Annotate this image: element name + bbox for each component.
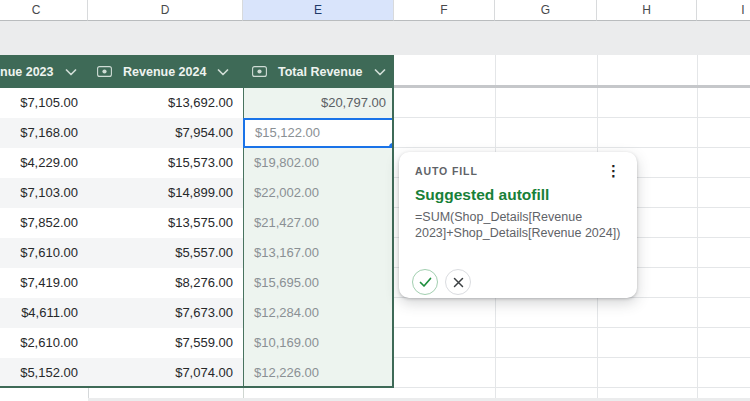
column-header-letter-I[interactable]: I [697, 0, 750, 21]
table-border-right [392, 55, 394, 388]
cell-revenue-2024[interactable]: $15,573.00 [88, 148, 243, 178]
chevron-down-icon[interactable] [374, 69, 386, 76]
table-row: $2,610.00$7,559.00$10,169.00 [0, 328, 394, 358]
autofill-title: AUTO FILL [415, 165, 621, 177]
column-letter-strip: CDEFGHI [0, 0, 750, 21]
banknote-icon [252, 66, 267, 77]
cell-revenue-2024[interactable]: $7,074.00 [88, 358, 243, 388]
empty-row-band [0, 21, 750, 55]
autofill-actions [412, 269, 471, 295]
spreadsheet-canvas: CDEFGHI nue 2023 Revenue 2024 Total Reve… [0, 0, 750, 401]
cell-total-revenue[interactable]: $13,167.00 [243, 238, 394, 268]
frozen-row-divider [394, 85, 750, 88]
column-header-letter-E[interactable]: E [243, 0, 394, 21]
table-border-bottom [0, 386, 394, 388]
table-body: $7,105.00$13,692.00$20,797.00$7,168.00$7… [0, 88, 394, 388]
cell-revenue-2023[interactable]: $7,852.00 [0, 208, 88, 238]
check-icon [419, 277, 432, 288]
close-icon [453, 277, 464, 288]
cell-revenue-2024[interactable]: $7,954.00 [88, 118, 243, 148]
cell-revenue-2024[interactable]: $7,559.00 [88, 328, 243, 358]
gridline-vertical [697, 55, 698, 401]
cell-revenue-2023[interactable]: $7,103.00 [0, 178, 88, 208]
table-row: $7,419.00$8,276.00$15,695.00 [0, 268, 394, 298]
cell-revenue-2024[interactable]: $8,276.00 [88, 268, 243, 298]
accept-autofill-button[interactable] [412, 269, 438, 295]
column-header-letter-F[interactable]: F [394, 0, 495, 21]
cell-revenue-2023[interactable]: $4,611.00 [0, 298, 88, 328]
dismiss-autofill-button[interactable] [445, 269, 471, 295]
table-row: $7,103.00$14,899.00$22,002.00 [0, 178, 394, 208]
kebab-menu-icon[interactable]: ⋮ [601, 160, 626, 182]
chevron-down-icon[interactable] [217, 69, 229, 76]
cell-total-revenue[interactable]: $12,226.00 [243, 358, 394, 388]
cell-revenue-2023[interactable]: $7,610.00 [0, 238, 88, 268]
column-header-revenue-2024[interactable]: Revenue 2024 [88, 55, 243, 88]
cell-revenue-2024[interactable]: $14,899.00 [88, 178, 243, 208]
cell-total-revenue[interactable]: $15,695.00 [243, 268, 394, 298]
chevron-down-icon[interactable] [65, 69, 77, 76]
table-row: $7,105.00$13,692.00$20,797.00 [0, 88, 394, 118]
column-header-revenue-2023[interactable]: nue 2023 [0, 55, 88, 88]
autofill-formula: =SUM(Shop_Details[Revenue 2023]+Shop_Det… [415, 209, 623, 241]
cell-revenue-2023[interactable]: $2,610.00 [0, 328, 88, 358]
cell-total-revenue[interactable]: $12,284.00 [243, 298, 394, 328]
column-header-letter-D[interactable]: D [88, 0, 243, 21]
cell-revenue-2024[interactable]: $13,575.00 [88, 208, 243, 238]
cell-total-revenue[interactable]: $10,169.00 [243, 328, 394, 358]
column-header-letter-H[interactable]: H [597, 0, 697, 21]
header-label: nue 2023 [0, 65, 54, 79]
table-row: $7,852.00$13,575.00$21,427.00 [0, 208, 394, 238]
table-header-bar: nue 2023 Revenue 2024 Total Revenue [0, 55, 394, 88]
cell-revenue-2023[interactable]: $4,229.00 [0, 148, 88, 178]
cell-revenue-2023[interactable]: $7,105.00 [0, 88, 88, 118]
header-label: Total Revenue [278, 65, 363, 79]
table-row: $5,152.00$7,074.00$12,226.00 [0, 358, 394, 388]
cell-revenue-2024[interactable]: $7,673.00 [88, 298, 243, 328]
column-header-letter-G[interactable]: G [495, 0, 597, 21]
column-header-total-revenue[interactable]: Total Revenue [243, 55, 394, 88]
cell-total-revenue[interactable]: $19,802.00 [243, 148, 394, 178]
header-label: Revenue 2024 [123, 65, 206, 79]
banknote-icon [97, 66, 112, 77]
cell-revenue-2024[interactable]: $13,692.00 [88, 88, 243, 118]
table-row: $7,168.00$7,954.00$15,122.00 [0, 118, 394, 148]
column-header-letter-C[interactable]: C [0, 0, 88, 21]
table-row: $7,610.00$5,557.00$13,167.00 [0, 238, 394, 268]
cell-total-revenue[interactable]: $22,002.00 [243, 178, 394, 208]
cell-revenue-2023[interactable]: $7,419.00 [0, 268, 88, 298]
table-row: $4,229.00$15,573.00$19,802.00 [0, 148, 394, 178]
cell-revenue-2023[interactable]: $7,168.00 [0, 118, 88, 148]
cell-total-revenue[interactable]: $21,427.00 [243, 208, 394, 238]
autofill-popup: AUTO FILL ⋮ Suggested autofill =SUM(Shop… [399, 152, 637, 298]
autofill-heading: Suggested autofill [415, 186, 621, 204]
table-row: $4,611.00$7,673.00$12,284.00 [0, 298, 394, 328]
cell-total-revenue[interactable]: $15,122.00 [243, 118, 394, 148]
cell-revenue-2023[interactable]: $5,152.00 [0, 358, 88, 388]
cell-revenue-2024[interactable]: $5,557.00 [88, 238, 243, 268]
cell-total-revenue[interactable]: $20,797.00 [243, 88, 394, 118]
